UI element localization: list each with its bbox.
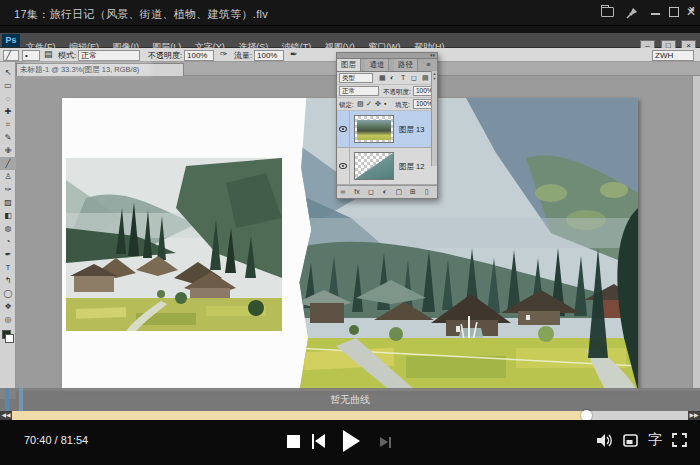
tool-crop[interactable]: ⌗ [0,118,16,131]
link-layers-icon[interactable]: ∞ [337,186,349,198]
layer-thumbnail[interactable] [354,115,394,143]
tool-hand[interactable]: ❖ [0,300,16,313]
tool-eyedropper[interactable]: ✎ [0,131,16,144]
tool-lasso[interactable]: ◌ [0,92,16,105]
tool-clone-stamp[interactable]: ♙ [0,170,16,183]
layer-thumbnail[interactable] [354,152,394,180]
stop-button[interactable] [287,435,300,448]
flow-label: 流量: [234,50,252,61]
lock-position-icon[interactable]: ✜ [375,100,381,108]
volume-icon[interactable] [596,433,614,448]
tool-dodge[interactable]: ◔ [0,235,16,248]
opacity-label: 不透明度: [148,50,182,61]
scroll-left-icon[interactable]: ◀◀ [0,411,12,420]
lock-transparency-icon[interactable]: ▨ [357,100,364,108]
tab-paths[interactable]: 路径 [394,59,418,71]
progress-track[interactable] [12,411,688,420]
brush-tool-icon[interactable]: ╱ [3,50,19,61]
airbrush-icon[interactable]: ✒ [290,49,298,59]
filter-smart-icon[interactable]: ▤ [422,74,429,82]
tool-healing[interactable]: ✙ [0,144,16,157]
delete-layer-icon[interactable]: ▯ [421,186,433,198]
notification-bar: 暂无曲线 [0,388,700,411]
progress-played [12,411,587,420]
tool-history-brush[interactable]: ✑ [0,183,16,196]
tab-layers[interactable]: 图层 [337,59,361,71]
background-color-swatch[interactable] [5,334,14,343]
layers-scrollbar[interactable]: ▲▼ [431,71,437,166]
layer-style-icon[interactable]: fx [351,186,363,198]
tool-brush[interactable]: ╱ [0,157,16,170]
tool-eraser[interactable]: ▨ [0,196,16,209]
layer-row-13[interactable]: 图层 13 [337,111,437,148]
tab-channels[interactable]: 通道 [365,59,389,71]
subtitle-icon[interactable]: 字 [648,431,662,449]
workspace-select[interactable]: ZWH [652,50,694,61]
layer-name[interactable]: 图层 12 [399,162,424,172]
tool-marquee[interactable]: ▭ [0,79,16,92]
notification-close-icon[interactable]: × [689,3,695,15]
lock-all-icon[interactable]: ▪ [384,100,386,107]
visibility-cell [337,111,350,148]
snapshot-icon[interactable] [623,434,638,447]
open-file-icon[interactable] [601,7,614,17]
toggle-brush-panel-icon[interactable]: ▤ [44,49,53,59]
layer-mask-icon[interactable]: ◻ [365,186,377,198]
window-titlebar: 17集：旅行日记（风景、街道、植物、建筑等）.flv ✕ [0,0,700,26]
filter-pixel-icon[interactable]: ▦ [379,74,386,82]
minimize-icon[interactable] [651,13,660,15]
new-layer-icon[interactable]: ⊞ [407,186,419,198]
eye-icon[interactable] [339,126,347,132]
video-player-window: 17集：旅行日记（风景、街道、植物、建筑等）.flv ✕ Ps 文件(F) 编辑… [0,0,700,465]
layer-group-icon[interactable]: ▢ [393,186,405,198]
tool-move[interactable]: ↖ [0,66,16,79]
ps-logo: Ps [2,34,20,47]
filter-type-icon[interactable]: T [401,74,405,81]
vertical-scrollbar[interactable] [692,76,700,391]
play-button[interactable] [343,430,360,452]
filter-type-select[interactable]: 类型 [339,73,373,83]
lock-label: 锁定: [339,101,354,110]
tool-blur[interactable]: ◍ [0,222,16,235]
lock-pixels-icon[interactable]: ✓ [366,100,372,108]
tool-type[interactable]: T [0,261,16,274]
lock-row: 锁定: ▨ ✓ ✜ ▪ 填充: 100% [337,98,437,111]
notification-message: 暂无曲线 [0,393,700,407]
tool-gradient[interactable]: ◧ [0,209,16,222]
layers-panel-tabs: 图层 通道 路径 ≡ [336,59,438,71]
layer-name[interactable]: 图层 13 [399,125,424,135]
layer-filter-row: 类型 ▦ ◐ T ◻ ▤ [337,72,437,85]
layer-opacity-label: 不透明度: [383,88,411,97]
layer-blend-mode-select[interactable]: 正常 [339,86,379,96]
next-button[interactable] [380,437,392,448]
scroll-right-icon[interactable]: ▶▶ [688,411,700,420]
tool-pen[interactable]: ✒ [0,248,16,261]
tool-zoom[interactable]: ◎ [0,313,16,326]
ui-fragment-left [5,388,9,411]
layers-panel-header[interactable]: ▾▾ [336,52,438,59]
fill-label: 填充: [395,101,410,110]
window-title: 17集：旅行日记（风景、街道、植物、建筑等）.flv [14,7,268,22]
eye-icon[interactable] [339,163,347,169]
filter-shape-icon[interactable]: ◻ [411,74,417,82]
watermark [22,60,152,76]
panel-menu-icon[interactable]: ≡ [422,59,434,71]
filter-adjustment-icon[interactable]: ◐ [390,74,394,81]
adjustment-layer-icon[interactable]: ◐ [379,186,391,198]
previous-button[interactable] [312,434,326,449]
layers-panel: ▾▾ 图层 通道 路径 ≡ 类型 ▦ ◐ T ◻ ▤ 正常 不透明度: 100%… [336,52,438,199]
video-progress-bar[interactable]: ◀◀ ▶▶ [0,411,700,420]
tool-path-select[interactable]: ↰ [0,274,16,287]
flow-select[interactable]: 100% [254,50,284,61]
visibility-cell [337,148,350,185]
opacity-select[interactable]: 100% [184,50,214,61]
tool-shape[interactable]: ◯ [0,287,16,300]
fullscreen-icon[interactable] [672,433,687,447]
layer-row-12[interactable]: 图层 12 [337,148,437,185]
layers-panel-body: 类型 ▦ ◐ T ◻ ▤ 正常 不透明度: 100% 锁定: ▨ ✓ ✜ ▪ 填… [336,71,438,199]
reference-photo [66,158,282,331]
maximize-icon[interactable] [669,7,679,17]
tool-magic-wand[interactable]: ✚ [0,105,16,118]
pressure-opacity-icon[interactable]: ✑ [220,49,228,59]
pin-icon[interactable] [626,7,638,19]
